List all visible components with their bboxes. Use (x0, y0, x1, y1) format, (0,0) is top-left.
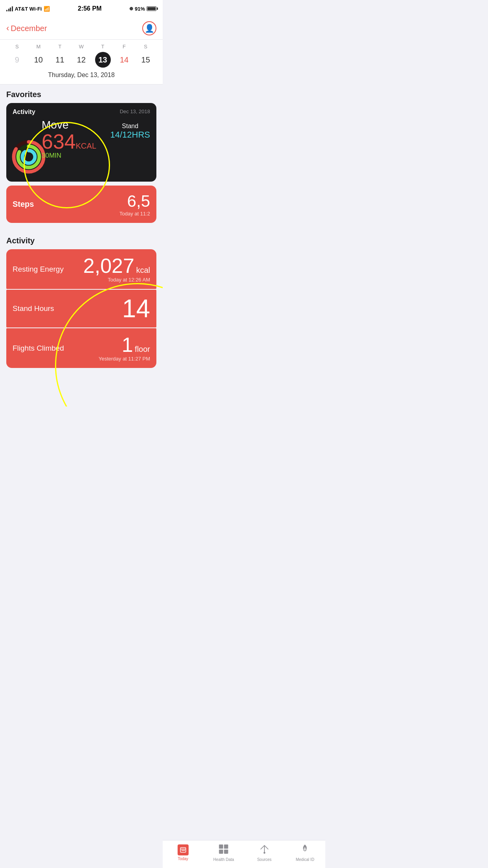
day-label-w: W (73, 44, 89, 50)
activity-rings (11, 139, 46, 176)
calendar-dates: 9 10 11 12 13 14 15 (6, 52, 156, 68)
day-label-t1: T (52, 44, 68, 50)
status-bar: AT&T Wi-Fi 📶 2:56 PM ⊕ 91% (0, 0, 163, 17)
steps-value: 6,5 (119, 192, 150, 211)
date-cell-10[interactable]: 10 (31, 52, 46, 68)
stand-hours-value: 14 (122, 296, 150, 321)
stand-hours-card[interactable]: Stand Hours 14 (6, 290, 156, 327)
wifi-icon: 📶 (44, 6, 50, 12)
steps-right: 6,5 Today at 11:2 (119, 192, 150, 217)
status-battery: ⊕ 91% (129, 6, 156, 12)
flights-climbed-unit: floor (135, 345, 150, 353)
signal-icon (6, 6, 13, 11)
svg-point-5 (22, 151, 35, 163)
activity-card-date: Dec 13, 2018 (120, 108, 150, 114)
day-label-s1: S (9, 44, 25, 50)
stand-hours-label: Stand Hours (13, 304, 54, 313)
status-carrier: AT&T Wi-Fi 📶 (6, 6, 50, 12)
flights-climbed-time: Yesterday at 11:27 PM (99, 356, 150, 362)
status-time: 2:56 PM (78, 5, 101, 12)
activity-move-stats: Move 634KCAL 30MIN (42, 119, 96, 160)
activity-card-label: Activity (13, 108, 35, 116)
activity-card[interactable]: Activity Dec 13, 2018 (6, 103, 156, 182)
favorites-title: Favorites (6, 90, 156, 99)
flights-climbed-card[interactable]: Flights Climbed 1 floor Yesterday at 11:… (6, 328, 156, 368)
activity-section: Activity Resting Energy 2,027 kcal Today… (0, 231, 163, 371)
selected-date-label: Thursday, Dec 13, 2018 (6, 72, 156, 79)
move-value: 634KCAL (42, 131, 96, 152)
carrier-label: AT&T Wi-Fi (15, 6, 42, 12)
date-cell-11[interactable]: 11 (52, 52, 68, 68)
resting-energy-unit: kcal (136, 266, 150, 274)
battery-percent: 91% (135, 6, 145, 12)
activity-section-title: Activity (6, 236, 156, 245)
flights-climbed-value: 1 floor (99, 335, 150, 355)
day-label-t2: T (95, 44, 111, 50)
calendar: S M T W T F S 9 10 11 12 13 14 15 Thursd… (0, 40, 163, 85)
resting-energy-label: Resting Energy (13, 265, 64, 274)
calendar-day-labels: S M T W T F S (6, 44, 156, 50)
day-label-f: F (116, 44, 132, 50)
exercise-value: 30MIN (42, 152, 96, 160)
move-label: Move (42, 119, 96, 131)
nav-bar: ‹ December 👤 (0, 17, 163, 40)
back-button[interactable]: ‹ December (6, 23, 47, 33)
steps-card[interactable]: Steps 6,5 Today at 11:2 (6, 186, 156, 223)
steps-label: Steps (13, 200, 34, 209)
resting-energy-card[interactable]: Resting Energy 2,027 kcal Today at 12:26… (6, 249, 156, 289)
nav-title: December (11, 24, 47, 33)
move-unit: KCAL (76, 142, 96, 150)
day-label-m: M (31, 44, 46, 50)
flights-climbed-right: 1 floor Yesterday at 11:27 PM (99, 335, 150, 362)
stand-label: Stand (110, 123, 150, 130)
date-cell-14[interactable]: 14 (116, 52, 132, 68)
favorites-section: Favorites Activity Dec 13, 2018 (0, 85, 163, 231)
date-cell-9[interactable]: 9 (9, 52, 25, 68)
stand-hours-right: 14 (122, 296, 150, 321)
stand-value: 14/12HRS (110, 130, 150, 140)
battery-icon (147, 6, 156, 11)
activity-stand-stats: Stand 14/12HRS (110, 123, 150, 140)
location-icon: ⊕ (129, 6, 133, 11)
chevron-left-icon: ‹ (6, 23, 9, 33)
flights-climbed-label: Flights Climbed (13, 344, 64, 353)
date-cell-15[interactable]: 15 (138, 52, 154, 68)
date-cell-12[interactable]: 12 (73, 52, 89, 68)
steps-time: Today at 11:2 (119, 211, 150, 217)
avatar[interactable]: 👤 (142, 21, 156, 35)
person-icon: 👤 (145, 24, 154, 33)
day-label-s2: S (138, 44, 154, 50)
resting-energy-time: Today at 12:26 AM (83, 277, 150, 283)
resting-energy-value: 2,027 kcal (83, 256, 150, 276)
date-cell-13[interactable]: 13 (95, 52, 111, 68)
resting-energy-right: 2,027 kcal Today at 12:26 AM (83, 256, 150, 283)
